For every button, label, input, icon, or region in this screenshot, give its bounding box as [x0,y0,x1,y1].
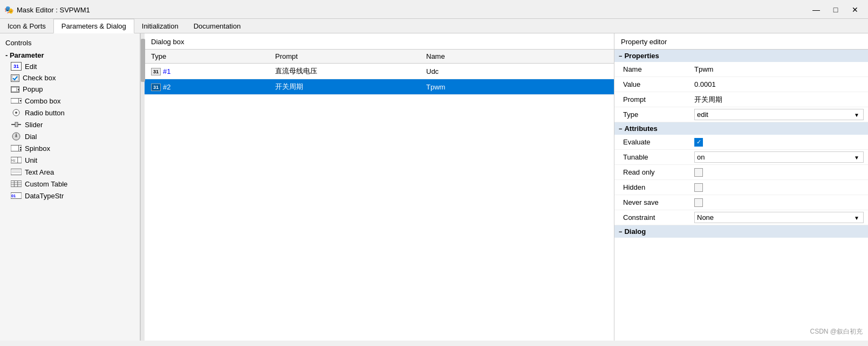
prop-dropdown-tunable[interactable]: on [694,151,864,163]
customtable-icon [11,179,22,188]
prop-input-name[interactable] [694,65,864,73]
prop-checkbox-wrapper-hidden[interactable] [690,181,868,194]
prop-dropdown-wrapper-tunable[interactable]: on ▼ [690,150,868,164]
row1-name: Udc [420,64,614,79]
combobox-icon: ▼ [11,96,22,105]
sidebar-item-edit[interactable]: 31 Edit [0,60,140,72]
sidebar-label-combobox: Combo box [25,97,60,105]
prop-row-value: Value [614,77,868,92]
sidebar-item-datatypestr[interactable]: 01 DataTypeStr [0,190,140,202]
prop-row-readonly: Read only [614,165,868,180]
sidebar-item-popup[interactable]: ▼ Popup [0,84,140,95]
sidebar-item-slider[interactable]: Slider [0,119,140,130]
dialog-box-title: Dialog box [145,33,614,50]
sidebar-item-radiobutton[interactable]: Radio button [0,107,140,119]
prop-row-neversave: Never save [614,195,868,210]
sidebar-item-dial[interactable]: Dial [0,130,140,142]
sidebar-label-radiobutton: Radio button [25,109,65,117]
properties-toggle-icon[interactable]: − [619,53,622,59]
prop-dropdown-type[interactable]: edit [694,109,864,120]
right-panel: Property editor − Properties Name Value … [614,33,868,341]
title-controls: — □ ✕ [808,3,864,16]
evaluate-checkbox[interactable] [694,138,703,147]
scrollbar-track[interactable] [140,33,145,341]
row2-type: 31 #2 [145,79,269,95]
prop-input-value[interactable] [694,80,864,88]
textarea-icon [11,168,22,176]
properties-section-label: Properties [624,52,659,60]
radiobutton-icon [11,108,22,117]
maximize-button[interactable]: □ [827,3,844,16]
row2-name: Tpwm [420,79,614,95]
row2-prompt: 开关周期 [269,79,420,95]
svg-rect-21 [11,169,22,175]
prop-label-type: Type [614,108,690,121]
prop-dropdown-constraint[interactable]: None [694,212,864,223]
sidebar-item-combobox[interactable]: ▼ Combo box [0,95,140,107]
title-bar: 🎭 Mask Editor : SVPWM1 — □ ✕ [0,0,868,19]
close-button[interactable]: ✕ [846,3,864,16]
tab-parameters-dialog[interactable]: Parameters & Dialog [53,19,134,33]
watermark: CSDN @叙白初充 [810,327,863,336]
sidebar-label-unit: Unit [25,156,37,164]
table-row-selected[interactable]: 31 #2 开关周期 Tpwm [145,79,614,95]
sidebar-item-unit[interactable]: Hz Unit [0,154,140,166]
prop-dropdown-wrapper-type[interactable]: edit ▼ [690,108,868,121]
sidebar-label-customtable: Custom Table [25,180,67,188]
col-name: Name [420,50,614,64]
svg-rect-0 [12,75,18,81]
sidebar-item-spinbox[interactable]: ▲▼ Spinbox [0,142,140,154]
spinbox-icon: ▲▼ [11,144,22,153]
svg-point-8 [15,112,17,114]
sidebar-item-customtable[interactable]: Custom Table [0,178,140,190]
prop-row-evaluate: Evaluate [614,135,868,150]
prop-label-name: Name [614,63,690,75]
attributes-toggle-icon[interactable]: − [619,126,622,132]
scrollbar-thumb[interactable] [141,39,145,82]
sidebar-label-slider: Slider [25,121,43,129]
title-bar-left: 🎭 Mask Editor : SVPWM1 [4,5,90,14]
sidebar-item-textarea[interactable]: Text Area [0,166,140,178]
popup-icon: ▼ [11,86,19,93]
prop-checkbox-wrapper-evaluate[interactable] [690,136,868,149]
window-title: Mask Editor : SVPWM1 [17,6,90,14]
dialog-section-label: Dialog [624,227,646,236]
sidebar-item-checkbox[interactable]: Check box [0,72,140,84]
section-parameter: - Parameter [0,50,140,60]
prop-checkbox-wrapper-readonly[interactable] [690,166,868,179]
prop-checkbox-wrapper-neversave[interactable] [690,196,868,209]
neversave-checkbox[interactable] [694,198,703,207]
tab-documentation[interactable]: Documentation [186,19,248,33]
minimize-button[interactable]: — [808,3,825,16]
tab-icon-ports[interactable]: Icon & Ports [0,19,53,33]
prop-value-prompt[interactable] [690,93,868,106]
prop-value-value[interactable] [690,78,868,91]
prop-value-name[interactable] [690,63,868,75]
prop-label-evaluate: Evaluate [614,136,690,148]
prop-dropdown-wrapper-constraint[interactable]: None ▼ [690,211,868,224]
properties-section-header: − Properties [614,50,868,62]
svg-rect-24 [11,181,22,187]
dialog-table: Type Prompt Name 31 #1 直流母线电压 Udc [145,50,614,95]
sidebar-label-checkbox: Check box [23,74,56,82]
prop-row-type: Type edit ▼ [614,107,868,122]
tab-initialization[interactable]: Initialization [134,19,186,33]
edit-icon: 31 [11,62,22,71]
left-panel: Controls - Parameter 31 Edit Check box ▼… [0,33,140,341]
prop-label-value: Value [614,78,690,91]
type-icon-1: 31 #1 [151,67,170,75]
dialog-toggle-icon[interactable]: − [619,229,622,235]
prop-input-prompt[interactable] [694,95,864,103]
svg-text:▼: ▼ [19,148,22,151]
prop-label-readonly: Read only [614,166,690,178]
attributes-section-label: Attributes [624,124,657,133]
hidden-checkbox[interactable] [694,183,703,192]
prop-row-name: Name [614,62,868,77]
svg-text:Hz: Hz [11,158,16,162]
sidebar-label-popup: Popup [23,85,43,93]
main-layout: Controls - Parameter 31 Edit Check box ▼… [0,33,868,341]
readonly-checkbox[interactable] [694,168,703,177]
table-row[interactable]: 31 #1 直流母线电压 Udc [145,64,614,79]
slider-icon [11,120,22,129]
attributes-section-header: − Attributes [614,122,868,135]
